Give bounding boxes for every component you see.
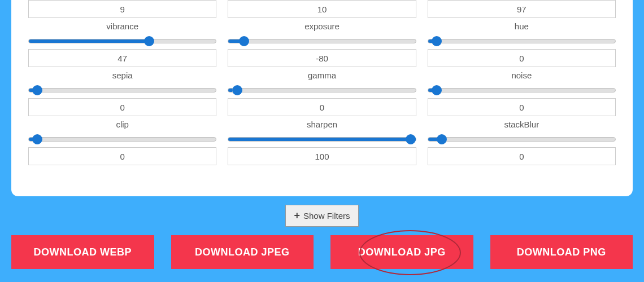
stackblur-label: stackBlur — [504, 120, 539, 129]
vibrance-value-input[interactable] — [28, 0, 216, 18]
sepia-value-input[interactable] — [28, 49, 216, 67]
sharpen-value-input[interactable] — [228, 98, 416, 116]
sepia-label: sepia — [112, 70, 133, 80]
download-jpeg-button[interactable]: DOWNLOAD JPEG — [171, 235, 314, 269]
stackblur-second-value-input[interactable] — [428, 147, 616, 165]
gamma-label: gamma — [308, 70, 336, 80]
hue-label: hue — [515, 21, 529, 31]
clip-second-value-input[interactable] — [28, 147, 216, 165]
sharpen-slider[interactable] — [228, 137, 416, 142]
plus-icon: + — [294, 210, 300, 222]
exposure-slider[interactable] — [228, 39, 416, 43]
download-jpg-button[interactable]: DOWNLOAD JPG — [330, 235, 473, 269]
vibrance-slider[interactable] — [28, 39, 216, 43]
hue-value-input[interactable] — [428, 0, 616, 18]
sepia-slider[interactable] — [28, 88, 216, 92]
exposure-label: exposure — [304, 21, 340, 31]
stackblur-slider[interactable] — [428, 137, 616, 142]
sharpen-second-value-input[interactable] — [228, 147, 416, 165]
download-webp-button[interactable]: DOWNLOAD WEBP — [11, 235, 154, 269]
noise-slider[interactable] — [428, 88, 616, 92]
noise-label: noise — [511, 70, 532, 80]
vibrance-label: vibrance — [106, 21, 138, 31]
download-png-button[interactable]: DOWNLOAD PNG — [490, 235, 633, 269]
noise-value-input[interactable] — [428, 49, 616, 67]
controls-panel: vibrance exposure hue sepia gamma noise — [11, 0, 633, 196]
stackblur-value-input[interactable] — [428, 98, 616, 116]
sharpen-label: sharpen — [307, 120, 337, 129]
show-filters-label: Show Filters — [303, 211, 350, 221]
gamma-value-input[interactable] — [228, 49, 416, 67]
exposure-value-input[interactable] — [228, 0, 416, 18]
clip-label: clip — [116, 120, 129, 129]
clip-value-input[interactable] — [28, 98, 216, 116]
hue-slider[interactable] — [428, 39, 616, 43]
clip-slider[interactable] — [28, 137, 216, 142]
show-filters-button[interactable]: + Show Filters — [285, 205, 358, 227]
gamma-slider[interactable] — [228, 88, 416, 92]
